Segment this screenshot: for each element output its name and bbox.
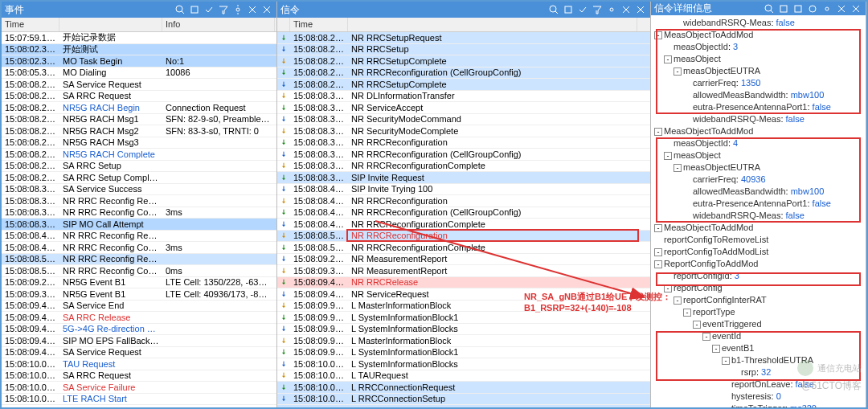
event-row[interactable]: 15:08:08.592 NR RRC Reconfig Request xyxy=(2,254,276,266)
tree-node[interactable]: -ReportConfigToAddMod xyxy=(654,258,862,270)
settings-icon[interactable] xyxy=(231,3,244,16)
signal-row[interactable]: 15:08:08.280 NR RRCSetupComplete xyxy=(277,79,650,91)
signal-row[interactable]: 15:08:10.074 L RRCConnectionSetupComplet… xyxy=(277,405,650,407)
signal-row[interactable]: 15:08:08.342 NR RRCReconfiguration (Cell… xyxy=(277,149,650,161)
pin-icon[interactable] xyxy=(246,3,259,16)
event-row[interactable]: 15:08:08.326 SA Service Success xyxy=(2,184,276,196)
event-row[interactable]: 15:08:08.248 NR5G RACH Msg2 SFN: 83-3-s0… xyxy=(2,125,276,137)
filter-icon[interactable] xyxy=(217,3,230,16)
event-row[interactable]: 15:08:10.027 LTE PRACH Msg1(RA) xyxy=(2,405,276,407)
event-row[interactable]: 15:08:10.027 TAU Request xyxy=(2,358,276,370)
event-row[interactable]: 15:08:08.342 NR RRC Reconfig Request xyxy=(2,195,276,207)
signal-row[interactable]: 15:08:08.280 NR RRCSetupComplete xyxy=(277,55,650,67)
search-icon[interactable] xyxy=(763,2,776,15)
signal-row[interactable]: 15:08:08.326 NR ServiceAccept xyxy=(277,102,650,114)
signal-row[interactable]: 15:08:10.027 L RRCConnectionSetup xyxy=(277,394,650,406)
event-row[interactable]: 15:08:09.403 5G->4G Re-direction Start xyxy=(2,324,276,336)
signal-row[interactable]: 15:08:08.436 NR RRCReconfigurationComple… xyxy=(277,219,650,231)
event-row[interactable]: 15:08:08.358 NR RRC Reconfig Complete 3m… xyxy=(2,207,276,219)
signal-row[interactable]: 15:08:09.996 L SystemInformationBlock1 xyxy=(277,347,650,359)
tree-node[interactable]: widebandRSRQ-Meas: false xyxy=(654,210,862,222)
signal-row[interactable]: 15:08:08.420 NR RRCReconfiguration xyxy=(277,195,650,207)
tree-toggle-icon[interactable]: - xyxy=(702,333,710,341)
tree-node[interactable]: -reportConfigInterRAT xyxy=(654,294,862,306)
signal-row[interactable]: 15:08:08.280 NR RRCReconfiguration (Cell… xyxy=(277,67,650,80)
tree-node[interactable]: -eventB1 xyxy=(654,342,862,354)
col-time[interactable]: Time xyxy=(290,18,348,31)
event-row[interactable]: 15:07:59.199 开始记录数据 xyxy=(2,32,276,44)
signal-row[interactable]: 15:08:09.325 NR MeasurementReport xyxy=(277,265,650,277)
signal-row[interactable]: 15:08:09.996 L MasterInformationBlock xyxy=(277,335,650,347)
event-row[interactable]: 15:08:10.027 LTE RACH Start xyxy=(2,394,276,406)
event-row[interactable]: 15:08:08.248 SA RRC Request xyxy=(2,91,276,103)
tree-node[interactable]: allowedMeasBandwidth: mbw100 xyxy=(654,89,862,101)
tree-toggle-icon[interactable]: - xyxy=(674,297,682,305)
tree-node[interactable]: reportConfigId: 3 xyxy=(654,270,862,282)
signal-row[interactable]: 15:08:09.980 L SystemInformationBlock1 xyxy=(277,312,650,324)
settings-icon[interactable] xyxy=(821,2,833,15)
signal-row[interactable]: 15:08:08.358 NR RRCReconfigurationComple… xyxy=(277,161,650,173)
tree-toggle-icon[interactable]: - xyxy=(664,55,672,63)
search-icon[interactable] xyxy=(174,3,186,16)
event-row[interactable]: 15:08:08.373 SIP MO Call Attempt xyxy=(2,219,276,231)
tree-toggle-icon[interactable]: - xyxy=(664,152,672,160)
home-icon[interactable] xyxy=(188,3,201,16)
tree-toggle-icon[interactable]: - xyxy=(674,164,682,172)
signal-row[interactable]: 15:08:10.027 L RRCConnectionRequest xyxy=(277,382,650,394)
event-row[interactable]: 15:08:05.378 MO Dialing 10086 xyxy=(2,67,276,80)
tree-node[interactable]: -eventId xyxy=(654,330,862,342)
tree-toggle-icon[interactable]: - xyxy=(722,357,730,365)
filter-icon[interactable] xyxy=(591,3,604,16)
event-row[interactable]: 15:08:10.027 SA RRC Request xyxy=(2,370,276,382)
tree-node[interactable]: -MeasObjectToAddMod xyxy=(654,29,862,41)
event-row[interactable]: 15:08:08.248 SA RRC Setup xyxy=(2,161,276,173)
tree-toggle-icon[interactable]: - xyxy=(654,224,662,232)
event-row[interactable]: 15:08:09.294 NR5G Event B1 LTE Cell: 135… xyxy=(2,277,276,289)
signal-row[interactable]: 15:08:08.248 NR RRCSetup xyxy=(277,44,650,56)
signal-row[interactable]: 15:08:08.592 NR RRCReconfiguration xyxy=(277,231,650,243)
event-row[interactable]: 15:08:08.436 NR RRC Reconfig Complete 3m… xyxy=(2,242,276,254)
tree-node[interactable]: carrierFreq: 1350 xyxy=(654,77,862,89)
check-icon[interactable] xyxy=(203,3,215,16)
event-row[interactable]: 15:08:08.280 SA RRC Setup Complete xyxy=(2,172,276,184)
tree-toggle-icon[interactable]: - xyxy=(712,345,720,353)
event-row[interactable]: 15:08:08.248 NR5G RACH Msg1 SFN: 82-9-s0… xyxy=(2,114,276,126)
settings-icon[interactable] xyxy=(605,3,618,16)
tree-node[interactable]: widebandRSRQ-Meas: false xyxy=(654,17,862,29)
signal-row[interactable]: 15:08:08.342 NR RRCReconfiguration xyxy=(277,137,650,149)
expand-icon[interactable] xyxy=(792,2,805,15)
event-row[interactable]: 15:08:08.592 NR RRC Reconfig Complete 0m… xyxy=(2,265,276,277)
tree-toggle-icon[interactable]: - xyxy=(674,67,682,76)
refresh-icon[interactable] xyxy=(806,2,819,15)
signal-row[interactable]: 15:08:09.294 NR MeasurementReport xyxy=(277,254,650,266)
signal-row[interactable]: 15:08:08.592 NR RRCReconfigurationComple… xyxy=(277,242,650,254)
tree-toggle-icon[interactable]: - xyxy=(693,321,701,329)
event-row[interactable]: 15:08:08.233 SA Service Request xyxy=(2,79,276,91)
event-row[interactable]: 15:08:09.403 SIP MO EPS FallBack Start xyxy=(2,335,276,347)
event-row[interactable]: 15:08:09.403 SA RRC Release xyxy=(2,312,276,324)
tree-node[interactable]: -measObjectEUTRA xyxy=(654,162,862,174)
tree-toggle-icon[interactable]: - xyxy=(654,260,662,268)
pin-icon[interactable] xyxy=(620,3,633,16)
col-item[interactable] xyxy=(348,18,637,31)
signal-row[interactable]: 15:08:09.996 L SystemInformationBlocks xyxy=(277,324,650,336)
event-row[interactable]: 15:08:08.420 NR RRC Reconfig Request xyxy=(2,231,276,243)
signal-row[interactable]: 15:08:08.326 NR SecurityModeCommand xyxy=(277,114,650,126)
event-row[interactable]: 15:08:08.248 NR5G RACH Msg3 xyxy=(2,137,276,149)
signal-row[interactable]: 15:08:08.248 NR RRCSetupRequest xyxy=(277,32,650,44)
tree-node[interactable]: -reportType xyxy=(654,306,862,318)
tree-node[interactable]: widebandRSRQ-Meas: false xyxy=(654,113,862,125)
home-icon[interactable] xyxy=(777,2,790,15)
tree-node[interactable]: -reportConfig xyxy=(654,282,862,294)
tree-node[interactable]: carrierFreq: 40936 xyxy=(654,174,862,186)
tree-node[interactable]: -MeasObjectToAddMod xyxy=(654,222,862,234)
signal-row[interactable]: 15:08:10.027 L SystemInformationBlocks xyxy=(277,358,650,370)
close-icon[interactable] xyxy=(850,2,862,15)
signal-row[interactable]: 15:08:08.420 NR RRCReconfiguration (Cell… xyxy=(277,207,650,219)
signal-row[interactable]: 15:08:09.403 NR RRCRelease xyxy=(277,277,650,289)
close-icon[interactable] xyxy=(260,3,273,16)
col-time[interactable]: Time xyxy=(2,18,59,31)
event-row[interactable]: 15:08:10.027 SA Service Failure xyxy=(2,382,276,394)
tree-toggle-icon[interactable]: - xyxy=(654,31,662,39)
signal-row[interactable]: 15:08:08.404 SIP Invite Trying 100 xyxy=(277,184,650,196)
